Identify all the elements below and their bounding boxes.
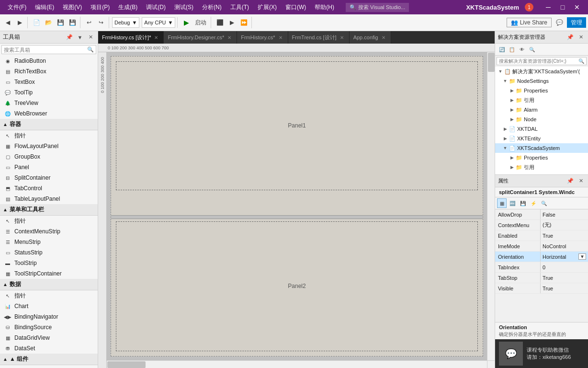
xktentity-expand[interactable]: ▶ xyxy=(502,135,509,142)
tab-frmtrend-design[interactable]: FrmTrend.cs [设计] ✕ xyxy=(288,31,350,44)
sol-show-all-btn[interactable]: 👁 xyxy=(517,45,527,54)
notification-badge[interactable]: 1 xyxy=(525,3,533,12)
toolbox-search-input[interactable] xyxy=(4,47,87,53)
menu-tools[interactable]: 工具(T) xyxy=(226,2,253,12)
manage-button[interactable]: 管理 xyxy=(567,17,586,28)
tree-root[interactable]: ▼ 📋 解决方案'XKTScadaSystem'( xyxy=(495,67,588,76)
reference-expand[interactable]: ▶ xyxy=(509,97,515,104)
tab-frmhistory-design[interactable]: FrmHistory.cs [设计]* ✕ xyxy=(98,31,164,44)
debug-btn2[interactable]: ▶ xyxy=(226,17,237,28)
canvas-hscroll[interactable] xyxy=(107,360,487,368)
toolbox-item-tablelayoutpanel[interactable]: ▤ TableLayoutPanel xyxy=(0,194,98,204)
solution-explorer-close[interactable]: ✕ xyxy=(577,33,585,42)
close-button[interactable]: ✕ xyxy=(570,2,584,12)
sol-properties-btn[interactable]: 📋 xyxy=(507,45,517,54)
new-btn[interactable]: 📄 xyxy=(31,17,42,28)
toolbox-pin-btn[interactable]: 📌 xyxy=(65,33,74,42)
tab-close-1[interactable]: ✕ xyxy=(226,34,233,41)
debug-btn3[interactable]: ⏩ xyxy=(238,17,249,28)
tab-frmhistory-designer[interactable]: FrmHistory.Designer.cs* ✕ xyxy=(164,31,237,44)
section-data[interactable]: ▲ 数据 xyxy=(0,279,98,290)
tree-xktentity[interactable]: ▶ 📄 XKTEntity xyxy=(495,134,588,143)
section-container[interactable]: ▲ 容器 xyxy=(0,119,98,130)
tree-properties-2[interactable]: ▶ 📁 Properties xyxy=(495,153,588,162)
props-events-btn[interactable]: ⚡ xyxy=(529,198,538,208)
restore-button[interactable]: □ xyxy=(555,2,570,12)
prop-orientation[interactable]: Orientation Horizontal ▼ xyxy=(495,252,588,262)
root-expand[interactable]: ▼ xyxy=(497,68,504,75)
props-alphabetical-btn[interactable]: 🔤 xyxy=(508,198,517,208)
toolbox-item-bindingnavigator[interactable]: ◀▶ BindingNavigator xyxy=(0,311,98,322)
reference2-expand[interactable]: ▶ xyxy=(509,164,515,171)
sol-filter-btn[interactable]: 🔍 xyxy=(527,45,537,54)
section-menu-toolbar[interactable]: ▲ 菜单和工具栏 xyxy=(0,204,98,216)
xktscadasystem-expand[interactable]: ▼ xyxy=(502,145,509,151)
tab-frmhistory-cs[interactable]: FrmHistory.cs* ✕ xyxy=(237,31,288,44)
alarm-expand[interactable]: ▶ xyxy=(509,106,515,113)
menu-file[interactable]: 文件(F) xyxy=(4,2,30,12)
toolbox-item-textbox[interactable]: ▭ TextBox xyxy=(0,77,98,87)
canvas-area[interactable]: Panel1 Panel2 xyxy=(107,52,495,368)
toolbox-item-groupbox[interactable]: ▢ GroupBox xyxy=(0,151,98,162)
props-categorized-btn[interactable]: ▦ xyxy=(497,198,507,208)
debug-btn1[interactable]: ⬛ xyxy=(214,17,226,28)
toolbox-item-toolstripcontainer[interactable]: ▦ ToolStripContainer xyxy=(0,268,98,279)
section-components[interactable]: ▲ ▲ 组件 xyxy=(0,354,98,365)
vscroll-thumb[interactable] xyxy=(488,53,495,72)
splitter-handle[interactable] xyxy=(111,215,483,219)
tab-appconfig[interactable]: App.config ✕ xyxy=(350,31,391,44)
properties-pin[interactable]: 📌 xyxy=(566,177,575,185)
toolbox-item-webbrowser[interactable]: 🌐 WebBrowser xyxy=(0,108,98,119)
toolbox-item-tabcontrol[interactable]: ⬒ TabControl xyxy=(0,183,98,194)
toolbox-item-statusstrip[interactable]: ▭ StatusStrip xyxy=(0,247,98,258)
save-all-btn[interactable]: 💾 xyxy=(67,17,78,28)
menu-project[interactable]: 项目(P) xyxy=(87,2,113,12)
tab-close-2[interactable]: ✕ xyxy=(277,34,284,41)
toolbox-item-flowlayoutpanel[interactable]: ▦ FlowLayoutPanel xyxy=(0,141,98,151)
solution-search-box[interactable]: 🔍 xyxy=(497,57,587,65)
tree-reference-2[interactable]: ▶ 📁 引用 xyxy=(495,162,588,172)
start-btn[interactable]: ▶ xyxy=(181,17,192,28)
panel2[interactable]: Panel2 xyxy=(116,221,478,351)
toolbox-item-tooltip[interactable]: 💬 ToolTip xyxy=(0,87,98,98)
tree-xktscadasystem[interactable]: ▼ 📄 XKTScadaSystem xyxy=(495,143,588,153)
panel1[interactable]: Panel1 xyxy=(116,61,478,190)
tree-xktdal[interactable]: ▶ 📄 XKTDAL xyxy=(495,124,588,134)
feedback-btn[interactable]: 💬 xyxy=(554,17,565,28)
undo-btn[interactable]: ↩ xyxy=(83,17,95,28)
toolbox-item-splitcontainer[interactable]: ⊟ SplitContainer xyxy=(0,172,98,183)
toolbox-item-pointer-data[interactable]: ↖ 指针 xyxy=(0,290,98,301)
back-btn[interactable]: ◀ xyxy=(2,17,13,28)
tab-close-4[interactable]: ✕ xyxy=(380,34,387,41)
menu-edit[interactable]: 编辑(E) xyxy=(31,2,58,12)
start-label[interactable]: 启动 xyxy=(192,17,209,28)
debug-config-dropdown[interactable]: Debug ▼ xyxy=(112,17,139,28)
props-search-btn[interactable]: 🔍 xyxy=(539,198,549,208)
menu-test[interactable]: 测试(S) xyxy=(170,2,197,12)
toolbox-menu-btn[interactable]: ▼ xyxy=(76,33,84,42)
bin-expand[interactable]: ▶ xyxy=(509,173,515,174)
tree-reference[interactable]: ▶ 📁 引用 xyxy=(495,95,588,105)
menu-window[interactable]: 窗口(W) xyxy=(282,2,310,12)
cpu-dropdown[interactable]: Any CPU ▼ xyxy=(142,17,175,28)
toolbox-item-radiobutton[interactable]: ◉ RadioButton xyxy=(0,56,98,66)
orientation-dropdown-arrow[interactable]: ▼ xyxy=(578,253,586,260)
toolbox-item-pointer-container[interactable]: ↖ 指针 xyxy=(0,130,98,141)
toolbox-item-chart[interactable]: 📊 Chart xyxy=(0,301,98,311)
tree-bin[interactable]: ▶ 📁 bin xyxy=(495,172,588,174)
properties-expand[interactable]: ▶ xyxy=(509,87,515,94)
toolbox-item-contextmenustrip[interactable]: ☰ ContextMenuStrip xyxy=(0,226,98,237)
tree-nodesettings[interactable]: ▼ 📁 NodeSettings xyxy=(495,76,588,86)
menu-analyze[interactable]: 分析(N) xyxy=(198,2,226,12)
toolbox-item-dataset[interactable]: ⛃ DataSet xyxy=(0,343,98,354)
menu-view[interactable]: 视图(V) xyxy=(59,2,86,12)
toolbox-close-btn[interactable]: ✕ xyxy=(86,33,95,42)
canvas-vscroll[interactable] xyxy=(487,52,495,360)
solution-search-input[interactable] xyxy=(499,58,578,64)
toolbox-item-datagridview[interactable]: ▦ DataGridView xyxy=(0,333,98,343)
toolbox-item-treeview[interactable]: 🌲 TreeView xyxy=(0,98,98,108)
props-save-btn[interactable]: 💾 xyxy=(518,198,528,208)
live-share-button[interactable]: 👥 Live Share xyxy=(507,18,552,27)
toolbox-item-richtextbox[interactable]: ▤ RichTextBox xyxy=(0,66,98,77)
menu-help[interactable]: 帮助(H) xyxy=(311,2,338,12)
